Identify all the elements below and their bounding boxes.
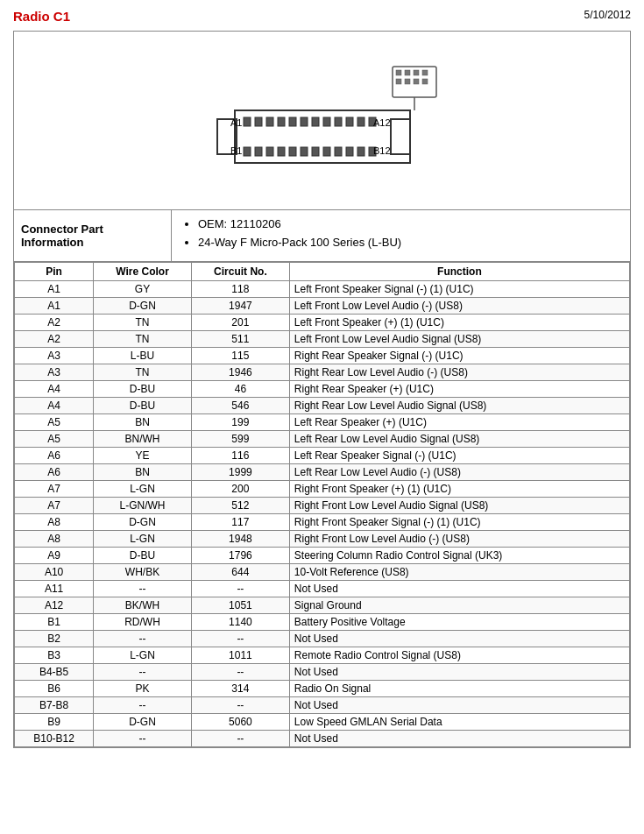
table-row: A12BK/WH1051Signal Ground xyxy=(15,597,630,614)
cell-5-2: 1946 xyxy=(191,364,289,381)
cell-4-2: 115 xyxy=(191,348,289,364)
table-row: B1RD/WH1140Battery Positive Voltage xyxy=(15,614,630,631)
cell-26-0: B9 xyxy=(15,714,94,731)
cell-9-3: Left Rear Low Level Audio Signal (US8) xyxy=(289,431,629,448)
cell-6-2: 46 xyxy=(191,381,289,398)
cell-11-3: Left Rear Low Level Audio (-) (US8) xyxy=(289,464,629,481)
cell-19-3: Signal Ground xyxy=(289,597,629,614)
cell-11-1: BN xyxy=(94,464,192,481)
table-row: B9D-GN5060Low Speed GMLAN Serial Data xyxy=(15,714,630,731)
cell-18-2: -- xyxy=(191,581,289,597)
cell-24-3: Radio On Signal xyxy=(289,681,629,697)
svg-rect-12 xyxy=(346,117,353,126)
cell-13-1: L-GN/WH xyxy=(94,498,192,514)
svg-rect-3 xyxy=(244,117,251,126)
cell-1-2: 1947 xyxy=(191,298,289,315)
cell-1-3: Left Front Low Level Audio (-) (US8) xyxy=(289,298,629,315)
cell-6-1: D-BU xyxy=(94,381,192,398)
cell-3-3: Left Front Low Level Audio Signal (US8) xyxy=(289,331,629,348)
cell-17-1: WH/BK xyxy=(94,564,192,581)
cell-27-2: -- xyxy=(191,731,289,747)
cell-26-1: D-GN xyxy=(94,714,192,731)
cell-0-1: GY xyxy=(94,281,192,298)
cell-20-1: RD/WH xyxy=(94,614,192,631)
cell-4-3: Right Rear Speaker Signal (-) (U1C) xyxy=(289,348,629,364)
cell-19-1: BK/WH xyxy=(94,597,192,614)
table-row: A8L-GN1948Right Front Low Level Audio (-… xyxy=(15,531,630,548)
cell-10-0: A6 xyxy=(15,448,94,464)
cell-18-0: A11 xyxy=(15,581,94,597)
svg-rect-33 xyxy=(405,79,410,84)
cell-26-2: 5060 xyxy=(191,714,289,731)
svg-rect-29 xyxy=(405,70,410,75)
cell-22-3: Remote Radio Control Signal (US8) xyxy=(289,647,629,664)
svg-rect-32 xyxy=(396,79,401,84)
cell-23-2: -- xyxy=(191,664,289,681)
table-row: A9D-BU1796Steering Column Radio Control … xyxy=(15,548,630,564)
table-row: B10-B12----Not Used xyxy=(15,731,630,747)
svg-text:A1: A1 xyxy=(230,117,242,128)
table-row: B7-B8----Not Used xyxy=(15,697,630,714)
table-row: A2TN201Left Front Speaker (+) (1) (U1C) xyxy=(15,315,630,331)
cell-22-0: B3 xyxy=(15,647,94,664)
cell-15-1: L-GN xyxy=(94,531,192,548)
cell-2-0: A2 xyxy=(15,315,94,331)
cell-4-1: L-BU xyxy=(94,348,192,364)
svg-rect-2 xyxy=(391,119,410,154)
cell-24-2: 314 xyxy=(191,681,289,697)
cell-9-2: 599 xyxy=(191,431,289,448)
pin-table: Pin Wire Color Circuit No. Function A1GY… xyxy=(14,262,630,747)
page-title: Radio C1 xyxy=(13,9,70,24)
cell-20-3: Battery Positive Voltage xyxy=(289,614,629,631)
cell-13-2: 512 xyxy=(191,498,289,514)
connector-part-info-label: Connector Part Information xyxy=(14,210,172,261)
cell-25-3: Not Used xyxy=(289,697,629,714)
cell-27-0: B10-B12 xyxy=(15,731,94,747)
cell-10-2: 116 xyxy=(191,448,289,464)
svg-rect-24 xyxy=(346,147,353,156)
svg-rect-23 xyxy=(335,147,342,156)
cell-6-0: A4 xyxy=(15,381,94,398)
svg-rect-31 xyxy=(422,70,428,75)
svg-rect-11 xyxy=(335,117,342,126)
cell-23-3: Not Used xyxy=(289,664,629,681)
cell-21-0: B2 xyxy=(15,631,94,647)
svg-rect-19 xyxy=(289,147,296,156)
svg-rect-5 xyxy=(266,117,273,126)
table-row: A3TN1946Right Rear Low Level Audio (-) (… xyxy=(15,364,630,381)
series-info: 24-Way F Micro-Pack 100 Series (L-BU) xyxy=(198,236,619,249)
cell-0-0: A1 xyxy=(15,281,94,298)
table-row: A4D-BU546Right Rear Low Level Audio Sign… xyxy=(15,398,630,414)
cell-7-2: 546 xyxy=(191,398,289,414)
cell-8-1: BN xyxy=(94,414,192,431)
cell-23-1: -- xyxy=(94,664,192,681)
table-row: A10WH/BK64410-Volt Reference (US8) xyxy=(15,564,630,581)
col-wire-color: Wire Color xyxy=(94,263,192,281)
col-pin: Pin xyxy=(15,263,94,281)
cell-2-2: 201 xyxy=(191,315,289,331)
svg-rect-21 xyxy=(312,147,319,156)
cell-20-0: B1 xyxy=(15,614,94,631)
info-section: Connector Part Information OEM: 12110206… xyxy=(14,210,630,262)
svg-rect-35 xyxy=(422,79,428,84)
svg-rect-7 xyxy=(289,117,296,126)
cell-14-0: A8 xyxy=(15,514,94,531)
table-row: A7L-GN/WH512Right Front Low Level Audio … xyxy=(15,498,630,514)
svg-rect-8 xyxy=(301,117,308,126)
cell-9-0: A5 xyxy=(15,431,94,448)
cell-12-0: A7 xyxy=(15,481,94,498)
table-row: A2TN511Left Front Low Level Audio Signal… xyxy=(15,331,630,348)
cell-16-2: 1796 xyxy=(191,548,289,564)
col-function: Function xyxy=(289,263,629,281)
svg-rect-13 xyxy=(357,117,364,126)
svg-rect-30 xyxy=(414,70,419,75)
cell-12-3: Right Front Speaker (+) (1) (U1C) xyxy=(289,481,629,498)
cell-2-3: Left Front Speaker (+) (1) (U1C) xyxy=(289,315,629,331)
cell-1-1: D-GN xyxy=(94,298,192,315)
col-circuit-no: Circuit No. xyxy=(191,263,289,281)
table-row: A1D-GN1947Left Front Low Level Audio (-)… xyxy=(15,298,630,315)
svg-rect-22 xyxy=(323,147,330,156)
svg-rect-15 xyxy=(244,147,251,156)
cell-10-1: YE xyxy=(94,448,192,464)
cell-3-1: TN xyxy=(94,331,192,348)
